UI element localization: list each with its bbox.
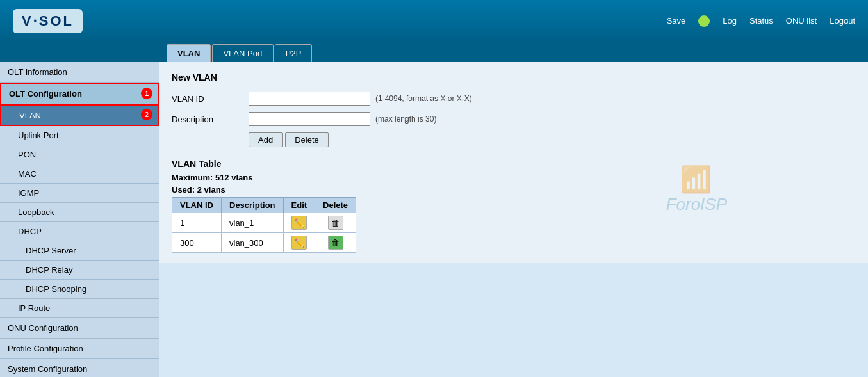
sidebar: OLT Information OLT Configuration 1 VLAN…	[0, 62, 159, 377]
description-input[interactable]	[249, 112, 370, 126]
status-link[interactable]: Status	[749, 16, 773, 26]
delete-cell[interactable]: 🗑	[315, 213, 356, 233]
delete-icon[interactable]: 🗑	[328, 216, 343, 230]
vlan-id-cell: 300	[172, 233, 222, 253]
vlan-id-row: VLAN ID (1-4094, format as X or X-X)	[172, 92, 855, 106]
tab-bar: VLAN VLAN Port P2P	[0, 42, 868, 62]
description-hint: (max length is 30)	[375, 115, 436, 124]
col-edit: Edit	[283, 198, 315, 213]
main-layout: OLT Information OLT Configuration 1 VLAN…	[0, 62, 868, 377]
vlan-badge: 2	[141, 109, 152, 120]
vlan-id-label: VLAN ID	[172, 94, 249, 104]
max-vlans: Maximum: 512 vlans	[172, 173, 855, 182]
delete-cell[interactable]: 🗑	[315, 233, 356, 253]
table-row: 1vlan_1✏️🗑	[172, 213, 356, 233]
header-right: Save Log Status ONU list Logout	[667, 15, 855, 27]
col-delete: Delete	[315, 198, 356, 213]
delete-button[interactable]: Delete	[285, 132, 329, 147]
description-row: Description (max length is 30)	[172, 112, 855, 126]
sidebar-item-dhcp-relay[interactable]: DHCP Relay	[0, 261, 159, 280]
sidebar-item-olt-info[interactable]: OLT Information	[0, 62, 159, 83]
sidebar-item-dhcp[interactable]: DHCP	[0, 222, 159, 241]
vlan-id-input[interactable]	[249, 92, 370, 106]
header: V·SOL Save Log Status ONU list Logout	[0, 0, 868, 42]
edit-cell[interactable]: ✏️	[283, 213, 315, 233]
add-button[interactable]: Add	[249, 132, 283, 147]
new-vlan-title: New VLAN	[172, 72, 855, 83]
watermark-text: ForoISP	[666, 195, 727, 214]
vlan-label: VLAN	[19, 111, 41, 120]
olt-config-label: OLT Configuration	[9, 89, 82, 99]
status-indicator	[698, 15, 710, 27]
sidebar-item-vlan[interactable]: VLAN 2	[0, 105, 159, 126]
olt-config-badge: 1	[141, 88, 152, 99]
sidebar-sub-vlan-wrapper: VLAN 2	[0, 105, 159, 126]
col-vlan-id: VLAN ID	[172, 198, 222, 213]
table-row: 300vlan_300✏️🗑	[172, 233, 356, 253]
action-buttons: Add Delete	[249, 132, 855, 147]
sidebar-item-dhcp-server[interactable]: DHCP Server	[0, 241, 159, 261]
edit-icon[interactable]: ✏️	[291, 236, 307, 250]
sidebar-item-onu-config[interactable]: ONU Configuration	[0, 318, 159, 339]
sidebar-item-mac[interactable]: MAC	[0, 164, 159, 184]
save-button[interactable]: Save	[667, 16, 686, 26]
used-vlans: Used: 2 vlans	[172, 185, 855, 195]
onu-list-link[interactable]: ONU list	[786, 16, 817, 26]
sidebar-item-olt-config[interactable]: OLT Configuration 1	[0, 83, 159, 105]
logo-area: V·SOL	[13, 9, 83, 33]
content-area: New VLAN VLAN ID (1-4094, format as X or…	[159, 62, 868, 263]
delete-icon[interactable]: 🗑	[328, 236, 343, 250]
sidebar-item-pon[interactable]: PON	[0, 145, 159, 164]
vlan-table-title: VLAN Table	[172, 159, 855, 169]
logout-link[interactable]: Logout	[830, 16, 855, 26]
vlan-id-cell: 1	[172, 213, 222, 233]
sidebar-item-loopback[interactable]: Loopback	[0, 203, 159, 222]
description-cell: vlan_300	[222, 233, 284, 253]
sidebar-item-igmp[interactable]: IGMP	[0, 184, 159, 203]
description-label: Description	[172, 115, 249, 124]
sidebar-item-dhcp-snooping[interactable]: DHCP Snooping	[0, 280, 159, 299]
vlan-table: VLAN ID Description Edit Delete 1vlan_1✏…	[172, 197, 356, 253]
tab-p2p[interactable]: P2P	[275, 44, 313, 62]
edit-icon[interactable]: ✏️	[291, 216, 307, 230]
sidebar-item-profile-config[interactable]: Profile Configuration	[0, 339, 159, 359]
vlan-id-hint: (1-4094, format as X or X-X)	[375, 94, 472, 103]
col-description: Description	[222, 198, 284, 213]
log-link[interactable]: Log	[723, 16, 737, 26]
edit-cell[interactable]: ✏️	[283, 233, 315, 253]
logo-text: V·SOL	[22, 13, 74, 29]
tab-vlan-port[interactable]: VLAN Port	[212, 44, 273, 62]
tab-vlan[interactable]: VLAN	[167, 44, 211, 62]
description-cell: vlan_1	[222, 213, 284, 233]
content-wrapper: New VLAN VLAN ID (1-4094, format as X or…	[159, 62, 868, 377]
sidebar-item-ip-route[interactable]: IP Route	[0, 299, 159, 318]
sidebar-item-system-config[interactable]: System Configuration	[0, 359, 159, 377]
sidebar-item-uplink-port[interactable]: Uplink Port	[0, 126, 159, 145]
